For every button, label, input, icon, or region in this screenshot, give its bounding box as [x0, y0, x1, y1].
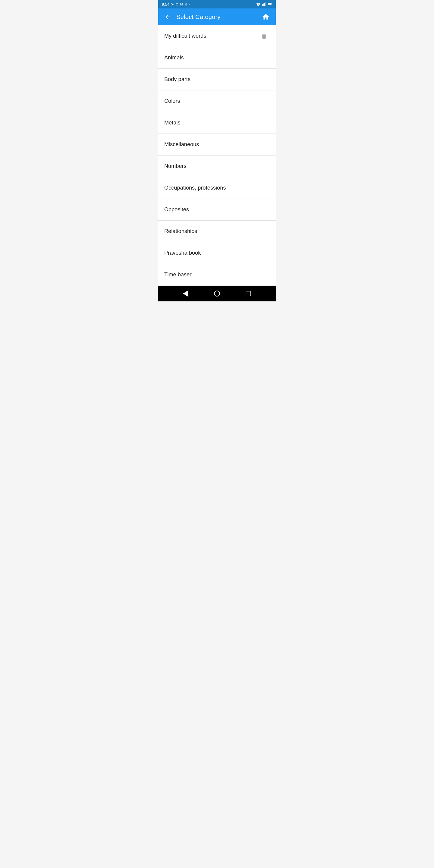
- list-item[interactable]: Numbers: [158, 156, 276, 177]
- category-label: Time based: [164, 272, 193, 278]
- home-button[interactable]: [261, 12, 271, 22]
- category-label: Occupations, professions: [164, 185, 226, 191]
- svg-rect-0: [262, 4, 263, 5]
- list-item[interactable]: Body parts: [158, 69, 276, 90]
- home-icon: [262, 13, 270, 21]
- list-item[interactable]: Pravesha book: [158, 242, 276, 264]
- app-bar-title: Select Category: [176, 13, 221, 21]
- nav-back-icon: [183, 290, 188, 297]
- list-item[interactable]: Opposites: [158, 199, 276, 221]
- category-label: Pravesha book: [164, 250, 201, 256]
- battery-icon: [268, 2, 272, 7]
- robinhood-icon: ⊙: [176, 2, 179, 6]
- list-item[interactable]: Relationships: [158, 221, 276, 242]
- delete-button[interactable]: [258, 30, 270, 42]
- back-button[interactable]: [163, 12, 173, 22]
- trash-icon: [261, 33, 267, 39]
- svg-rect-5: [272, 3, 272, 4]
- category-label: Body parts: [164, 76, 190, 83]
- list-item[interactable]: Occupations, professions: [158, 177, 276, 199]
- svg-rect-6: [268, 3, 271, 4]
- ghost-icon: ♙: [184, 2, 188, 6]
- category-label: Miscellaneous: [164, 141, 199, 148]
- list-item[interactable]: Metals: [158, 112, 276, 134]
- category-list: My difficult words AnimalsBody partsColo…: [158, 25, 276, 286]
- nav-home-icon: [214, 290, 220, 297]
- category-label: Opposites: [164, 207, 189, 213]
- svg-rect-1: [264, 3, 264, 5]
- status-right: [256, 2, 272, 7]
- gmail-icon: M: [180, 2, 183, 6]
- category-label: Metals: [164, 120, 181, 126]
- app-bar: Select Category: [158, 8, 276, 25]
- status-left: 9:54 ➤ ⊙ M ♙ •: [162, 2, 190, 7]
- list-item[interactable]: My difficult words: [158, 25, 276, 47]
- category-label: Colors: [164, 98, 180, 104]
- category-label: My difficult words: [164, 33, 207, 39]
- back-arrow-icon: [164, 13, 172, 21]
- bottom-nav: [158, 286, 276, 301]
- category-label: Animals: [164, 55, 184, 61]
- svg-rect-3: [265, 2, 266, 5]
- signal-icon: [262, 2, 267, 7]
- nav-back-button[interactable]: [181, 288, 191, 299]
- app-bar-left: Select Category: [163, 12, 221, 22]
- list-item[interactable]: Time based: [158, 264, 276, 286]
- nav-home-button[interactable]: [212, 288, 222, 299]
- nav-recents-icon: [246, 291, 251, 296]
- location-icon: ➤: [171, 2, 174, 6]
- status-bar: 9:54 ➤ ⊙ M ♙ •: [158, 0, 276, 8]
- list-item[interactable]: Animals: [158, 47, 276, 69]
- svg-rect-2: [264, 3, 265, 5]
- dot-icon: •: [189, 3, 190, 6]
- category-label: Numbers: [164, 163, 187, 169]
- category-label: Relationships: [164, 228, 197, 235]
- status-time: 9:54: [162, 2, 169, 7]
- list-item[interactable]: Colors: [158, 90, 276, 112]
- nav-recents-button[interactable]: [243, 288, 253, 299]
- list-item[interactable]: Miscellaneous: [158, 134, 276, 156]
- wifi-icon: [256, 2, 261, 7]
